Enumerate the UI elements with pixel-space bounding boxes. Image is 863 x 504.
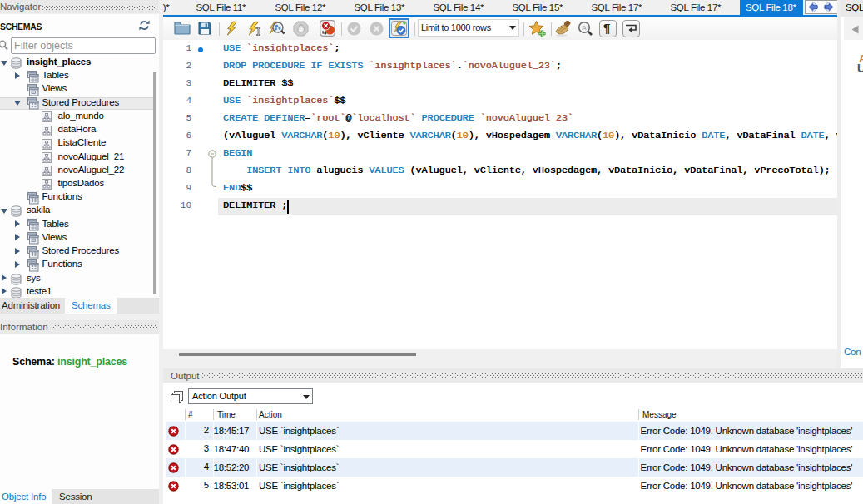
svg-text:A: A [582,24,587,32]
